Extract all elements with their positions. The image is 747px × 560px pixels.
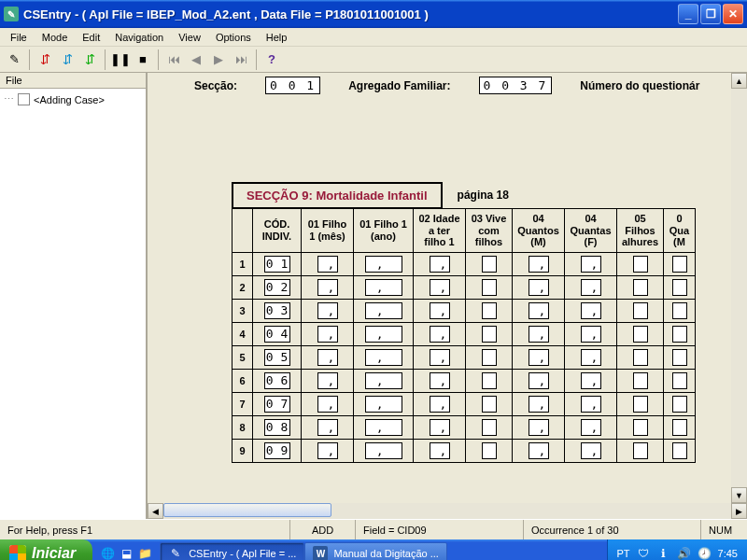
- scroll-right-icon[interactable]: ▶: [731, 503, 747, 519]
- menu-file[interactable]: File: [4, 30, 34, 45]
- menu-navigation[interactable]: Navigation: [108, 30, 170, 45]
- tool-last-icon[interactable]: ⏭: [231, 49, 251, 70]
- tray-shield-icon[interactable]: 🛡: [636, 546, 651, 560]
- field-filho1-ano[interactable]: ,: [365, 372, 402, 389]
- field-alhures[interactable]: [633, 326, 648, 343]
- tool-prev-icon[interactable]: ◀: [186, 49, 206, 70]
- field-alhures[interactable]: [633, 302, 648, 319]
- field-qua-m[interactable]: [672, 326, 687, 343]
- field-alhures[interactable]: [633, 396, 648, 413]
- field-quantas-f[interactable]: ,: [581, 372, 601, 389]
- field-quantos-m[interactable]: ,: [529, 372, 549, 389]
- field-filho1-ano[interactable]: ,: [365, 442, 402, 459]
- field-alhures[interactable]: [633, 279, 648, 296]
- field-quantas-f[interactable]: ,: [581, 279, 601, 296]
- field-quantos-m[interactable]: ,: [529, 419, 549, 436]
- field-vive[interactable]: [482, 349, 497, 366]
- field-filho1-mes[interactable]: ,: [317, 279, 338, 296]
- tray-clock-icon[interactable]: 🕗: [698, 546, 712, 560]
- field-filho1-ano[interactable]: ,: [365, 349, 402, 366]
- field-qua-m[interactable]: [672, 279, 687, 296]
- field-vive[interactable]: [482, 256, 497, 273]
- field-cod-indiv[interactable]: 0 2: [264, 279, 290, 296]
- field-filho1-mes[interactable]: ,: [317, 349, 338, 366]
- scroll-down-icon[interactable]: ▼: [731, 487, 747, 503]
- field-filho1-mes[interactable]: ,: [317, 396, 338, 413]
- field-cod-indiv[interactable]: 0 1: [264, 256, 290, 273]
- field-qua-m[interactable]: [672, 419, 687, 436]
- field-quantas-f[interactable]: ,: [581, 396, 601, 413]
- field-qua-m[interactable]: [672, 302, 687, 319]
- field-idade[interactable]: ,: [430, 256, 450, 273]
- tool-next-icon[interactable]: ▶: [208, 49, 229, 70]
- field-quantos-m[interactable]: ,: [529, 279, 549, 296]
- field-cod-indiv[interactable]: 0 5: [264, 349, 290, 366]
- tray-clock[interactable]: 7:45: [718, 548, 738, 559]
- field-quantas-f[interactable]: ,: [581, 419, 601, 436]
- field-vive[interactable]: [482, 419, 497, 436]
- field-alhures[interactable]: [633, 372, 648, 389]
- field-cod-indiv[interactable]: 0 8: [264, 419, 290, 436]
- field-vive[interactable]: [482, 442, 497, 459]
- tool-tree3-icon[interactable]: ⇵: [79, 49, 100, 70]
- field-filho1-ano[interactable]: ,: [365, 279, 402, 296]
- field-vive[interactable]: [482, 279, 497, 296]
- menu-view[interactable]: View: [172, 30, 207, 45]
- field-alhures[interactable]: [633, 349, 648, 366]
- ql-desktop-icon[interactable]: ⬓: [119, 546, 134, 560]
- field-quantos-m[interactable]: ,: [529, 349, 549, 366]
- horizontal-scrollbar[interactable]: ◀ ▶: [148, 503, 747, 519]
- field-alhures[interactable]: [633, 256, 648, 273]
- field-cod-indiv[interactable]: 0 4: [264, 326, 290, 343]
- field-alhures[interactable]: [633, 419, 648, 436]
- field-filho1-ano[interactable]: ,: [365, 302, 402, 319]
- field-idade[interactable]: ,: [430, 326, 450, 343]
- field-idade[interactable]: ,: [430, 396, 450, 413]
- taskbar-item-manual[interactable]: W Manual da Digitação ...: [304, 542, 447, 560]
- field-cod-indiv[interactable]: 0 9: [264, 442, 290, 459]
- scroll-up-icon[interactable]: ▲: [731, 73, 747, 89]
- field-filho1-mes[interactable]: ,: [317, 419, 338, 436]
- field-qua-m[interactable]: [672, 372, 687, 389]
- minimize-button[interactable]: _: [678, 4, 698, 24]
- menu-help[interactable]: Help: [260, 30, 294, 45]
- scroll-thumb[interactable]: [163, 503, 331, 517]
- field-filho1-mes[interactable]: ,: [317, 372, 338, 389]
- tool-save-icon[interactable]: ✎: [4, 49, 24, 70]
- field-idade[interactable]: ,: [430, 349, 450, 366]
- field-idade[interactable]: ,: [430, 419, 450, 436]
- field-quantas-f[interactable]: ,: [581, 349, 601, 366]
- tray-sound-icon[interactable]: 🔊: [677, 546, 692, 560]
- tree-item-adding-case[interactable]: ⋯ <Adding Case>: [4, 92, 142, 106]
- field-vive[interactable]: [482, 396, 497, 413]
- field-cod-indiv[interactable]: 0 3: [264, 302, 290, 319]
- tool-pause-icon[interactable]: ❚❚: [110, 49, 131, 70]
- field-filho1-ano[interactable]: ,: [365, 396, 402, 413]
- field-quantas-f[interactable]: ,: [581, 326, 601, 343]
- field-filho1-ano[interactable]: ,: [365, 419, 402, 436]
- menu-options[interactable]: Options: [209, 30, 258, 45]
- tool-tree1-icon[interactable]: ⇵: [35, 49, 55, 70]
- field-filho1-mes[interactable]: ,: [317, 442, 338, 459]
- field-quantas-f[interactable]: ,: [581, 302, 601, 319]
- tool-first-icon[interactable]: ⏮: [163, 49, 184, 70]
- field-vive[interactable]: [482, 326, 497, 343]
- tool-help-icon[interactable]: ?: [261, 49, 282, 70]
- field-quantos-m[interactable]: ,: [529, 326, 549, 343]
- field-filho1-mes[interactable]: ,: [317, 256, 338, 273]
- field-quantos-m[interactable]: ,: [529, 256, 549, 273]
- start-button[interactable]: Iniciar: [0, 539, 92, 560]
- vertical-scrollbar[interactable]: ▲ ▼: [731, 73, 747, 503]
- ql-folder-icon[interactable]: 📁: [137, 546, 152, 560]
- field-idade[interactable]: ,: [430, 372, 450, 389]
- field-filho1-mes[interactable]: ,: [317, 302, 338, 319]
- field-idade[interactable]: ,: [430, 279, 450, 296]
- tray-lang[interactable]: PT: [617, 548, 630, 559]
- field-quantas-f[interactable]: ,: [581, 256, 601, 273]
- maximize-button[interactable]: ❐: [700, 4, 721, 24]
- ql-ie-icon[interactable]: 🌐: [100, 546, 115, 560]
- field-quantos-m[interactable]: ,: [529, 396, 549, 413]
- field-idade[interactable]: ,: [430, 442, 450, 459]
- field-quantos-m[interactable]: ,: [529, 442, 549, 459]
- scroll-left-icon[interactable]: ◀: [148, 503, 163, 519]
